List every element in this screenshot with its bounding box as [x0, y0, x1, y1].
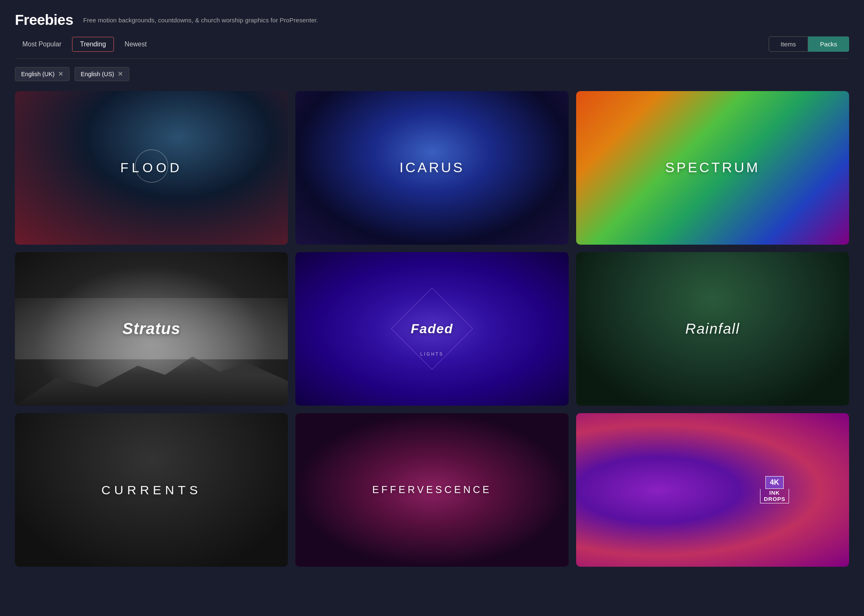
card-title-currents: CURRENTS	[101, 483, 202, 497]
nav-left: Most Popular Trending Newest	[15, 37, 769, 52]
card-title-stratus: Stratus	[122, 320, 180, 338]
card-title-flood: FLOOD	[121, 160, 183, 176]
card-inkdrops[interactable]: 4K INKDROPS	[576, 413, 849, 567]
inkdrops-badge: 4K INKDROPS	[760, 476, 789, 503]
card-title-faded: Faded	[411, 321, 453, 337]
card-title-rainfall: Rainfall	[685, 320, 740, 337]
card-rainfall[interactable]: Rainfall	[576, 252, 849, 406]
nav-most-popular[interactable]: Most Popular	[15, 37, 69, 51]
card-title-icarus: ICARUS	[399, 160, 464, 176]
filter-tag-label: English (UK)	[21, 71, 55, 77]
card-effervescence[interactable]: EFFERVESCENCE	[295, 413, 568, 567]
site-subtitle: Free motion backgrounds, countdowns, & c…	[83, 17, 318, 24]
nav-trending[interactable]: Trending	[72, 37, 114, 52]
divider	[15, 58, 849, 59]
filter-tag-close-us[interactable]: ✕	[118, 71, 123, 77]
card-subtitle-faded: LIGHTS	[420, 352, 444, 356]
header: Freebies Free motion backgrounds, countd…	[0, 0, 864, 36]
card-faded[interactable]: Faded LIGHTS	[295, 252, 568, 406]
badge-4k: 4K	[765, 476, 784, 489]
nav-right: Items Packs	[769, 36, 850, 52]
filter-tag-english-us: English (US) ✕	[75, 67, 129, 81]
toggle-items-button[interactable]: Items	[769, 36, 808, 52]
card-title-spectrum: SPECTRUM	[665, 160, 760, 176]
card-currents[interactable]: CURRENTS	[15, 413, 288, 567]
card-stratus[interactable]: Stratus	[15, 252, 288, 406]
card-title-effervescence: EFFERVESCENCE	[372, 484, 492, 496]
card-flood[interactable]: FLOOD	[15, 91, 288, 245]
filter-tag-english-uk: English (UK) ✕	[15, 67, 70, 81]
card-spectrum[interactable]: SPECTRUM	[576, 91, 849, 245]
badge-inkdrops-text: INKDROPS	[760, 489, 789, 503]
content-grid: FLOOD ICARUS SPECTRUM Stratus Faded LIGH…	[0, 91, 864, 582]
filter-tag-label: English (US)	[81, 71, 114, 77]
toggle-packs-button[interactable]: Packs	[808, 36, 849, 52]
site-title: Freebies	[15, 12, 73, 28]
nav-newest[interactable]: Newest	[117, 37, 154, 51]
card-icarus[interactable]: ICARUS	[295, 91, 568, 245]
filter-bar: English (UK) ✕ English (US) ✕	[0, 67, 864, 91]
filter-tag-close-uk[interactable]: ✕	[58, 71, 63, 77]
nav-bar: Most Popular Trending Newest Items Packs	[0, 36, 864, 58]
